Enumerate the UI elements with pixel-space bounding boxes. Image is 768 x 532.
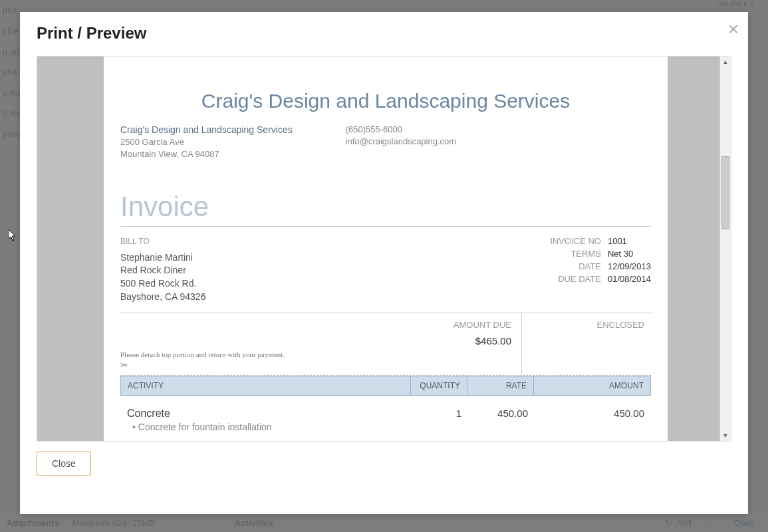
terms: Net 30 bbox=[608, 249, 633, 259]
cursor-icon bbox=[9, 229, 18, 244]
table-header: ACTIVITY QUANTITY RATE AMOUNT bbox=[120, 376, 651, 396]
line-item: Concrete Concrete for fountain installat… bbox=[120, 396, 651, 432]
item-rate: 450.00 bbox=[461, 408, 528, 432]
date: 12/09/2013 bbox=[608, 261, 651, 271]
bill-to-block: BILL TO Stephanie Martini Red Rock Diner… bbox=[120, 236, 205, 303]
scroll-thumb[interactable] bbox=[721, 156, 729, 229]
th-amount: AMOUNT bbox=[534, 376, 650, 395]
close-icon[interactable]: × bbox=[728, 20, 739, 39]
print-preview-modal: Print / Preview × Craig's Design and Lan… bbox=[20, 12, 748, 514]
document-type: Invoice bbox=[120, 191, 651, 223]
bill-to-company: Red Rock Diner bbox=[120, 264, 205, 277]
invoice-meta: INVOICE NO 1001 TERMS Net 30 DATE 12/09/… bbox=[535, 236, 651, 303]
modal-footer: Close bbox=[20, 452, 748, 487]
item-desc: Concrete for fountain installation bbox=[132, 422, 412, 432]
enclosed-label: ENCLOSED bbox=[529, 320, 644, 330]
preview-viewport: Craig's Design and Landscaping Services … bbox=[37, 56, 731, 442]
amount-due: $465.00 bbox=[120, 335, 511, 346]
modal-title: Print / Preview bbox=[37, 24, 731, 43]
company-info: Craig's Design and Landscaping Services … bbox=[120, 124, 651, 161]
scrollbar[interactable]: ▲ ▼ bbox=[719, 57, 731, 441]
line-item: Pump Fountain Pump 1 15.00 15.00 bbox=[120, 432, 651, 442]
company-email: info@craigslandscaping.com bbox=[346, 136, 456, 146]
company-phone: (650)555-6000 bbox=[346, 124, 456, 134]
payment-stub: AMOUNT DUE $465.00 Please detach top por… bbox=[120, 313, 651, 374]
amount-due-label: AMOUNT DUE bbox=[120, 320, 511, 330]
item-amount: 450.00 bbox=[528, 408, 644, 432]
detach-note: Please detach top portion and return wit… bbox=[120, 350, 511, 358]
item-name: Concrete bbox=[127, 408, 412, 420]
company-name: Craig's Design and Landscaping Services bbox=[120, 124, 293, 135]
bill-to-city: Bayshore, CA 94326 bbox=[120, 291, 205, 304]
bill-to-name: Stephanie Martini bbox=[120, 251, 205, 265]
company-city: Mountain View, CA 94087 bbox=[120, 149, 293, 159]
bill-to-label: BILL TO bbox=[120, 236, 205, 247]
th-quantity: QUANTITY bbox=[411, 376, 467, 395]
due-date: 01/08/2014 bbox=[608, 274, 651, 284]
scroll-down-icon[interactable]: ▼ bbox=[720, 430, 731, 441]
th-activity: ACTIVITY bbox=[121, 376, 411, 395]
terms-label: TERMS bbox=[535, 249, 601, 259]
scissors-icon: ✂ bbox=[120, 360, 511, 370]
invoice-no-label: INVOICE NO bbox=[535, 236, 601, 246]
scroll-up-icon[interactable]: ▲ bbox=[720, 57, 731, 67]
bill-to-street: 500 Red Rock Rd. bbox=[120, 277, 205, 291]
th-rate: RATE bbox=[467, 376, 534, 395]
invoice-no: 1001 bbox=[608, 236, 627, 246]
date-label: DATE bbox=[535, 261, 601, 271]
close-button[interactable]: Close bbox=[37, 452, 91, 475]
modal-header: Print / Preview × bbox=[20, 12, 748, 49]
company-street: 2500 Garcia Ave bbox=[120, 137, 293, 147]
item-qty: 1 bbox=[412, 408, 461, 432]
line-items-table: ACTIVITY QUANTITY RATE AMOUNT Concrete C… bbox=[120, 376, 651, 442]
company-display-name: Craig's Design and Landscaping Services bbox=[120, 90, 651, 112]
invoice-document: Craig's Design and Landscaping Services … bbox=[104, 57, 668, 442]
due-date-label: DUE DATE bbox=[535, 274, 601, 284]
